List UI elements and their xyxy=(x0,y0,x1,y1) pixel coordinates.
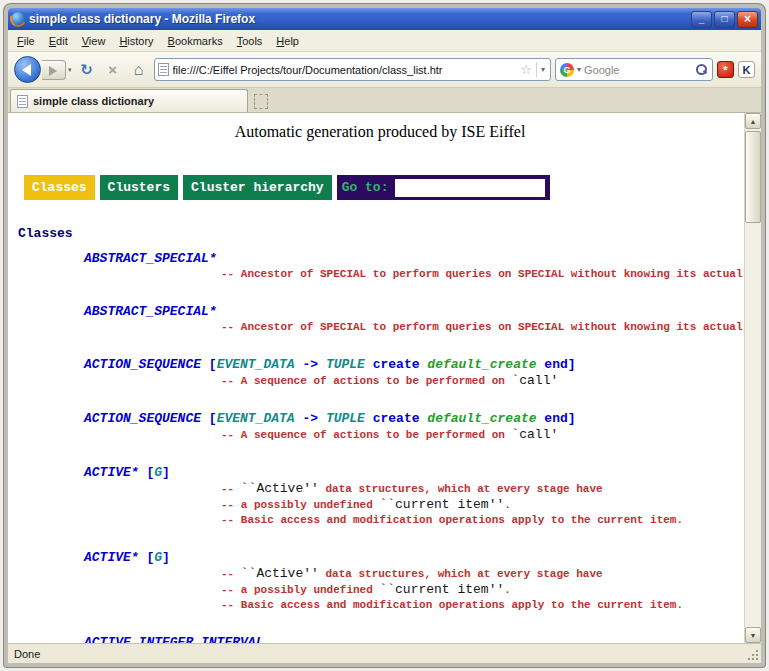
token-class: ACTIVE_INTEGER_INTERVAL xyxy=(84,635,263,643)
clusters-button[interactable]: Clusters xyxy=(100,175,178,200)
window-title: simple class dictionary - Mozilla Firefo… xyxy=(29,12,687,26)
menu-tools[interactable]: Tools xyxy=(230,32,270,50)
class-comment: -- Ancestor of SPECIAL to perform querie… xyxy=(221,320,744,335)
browser-content: Automatic generation produced by ISE Eif… xyxy=(8,113,761,643)
maximize-button[interactable]: □ xyxy=(714,11,735,28)
urlbar-dropdown-icon[interactable]: ▾ xyxy=(536,62,547,77)
token-comment: data structures, which at every stage ha… xyxy=(319,483,603,495)
class-comment: -- ``Active'' data structures, which at … xyxy=(221,566,744,582)
address-bar[interactable]: file:///C:/Eiffel Projects/tour/Document… xyxy=(154,58,551,81)
token-comment: -- a possibly undefined xyxy=(221,584,379,596)
tab-favicon xyxy=(17,95,28,108)
tab-bar: simple class dictionary xyxy=(8,88,761,113)
scroll-down-button[interactable]: ▼ xyxy=(745,627,761,643)
token-generic: TUPLE xyxy=(326,357,365,372)
class-entry: ACTION_SEQUENCE [EVENT_DATA -> TUPLE cre… xyxy=(16,357,744,389)
forward-button[interactable] xyxy=(42,60,66,80)
token-class: ABSTRACT_SPECIAL* xyxy=(84,251,217,266)
token-generic: EVENT_DATA xyxy=(217,357,295,372)
document-body: Automatic generation produced by ISE Eif… xyxy=(8,113,744,643)
token-feature: default_create xyxy=(427,411,536,426)
tab-simple-class-dictionary[interactable]: simple class dictionary xyxy=(10,89,248,112)
google-icon: G xyxy=(560,63,574,77)
scroll-up-button[interactable]: ▲ xyxy=(745,113,761,129)
token-comment: -- Ancestor of SPECIAL to perform querie… xyxy=(221,321,744,333)
bookmark-star-icon[interactable]: ☆ xyxy=(520,62,532,77)
token-comment: -- a possibly undefined xyxy=(221,499,379,511)
menu-file[interactable]: File xyxy=(10,32,42,50)
token-symbol: [ xyxy=(209,411,217,426)
class-entry: ACTION_SEQUENCE [EVENT_DATA -> TUPLE cre… xyxy=(16,411,744,443)
goto-input[interactable] xyxy=(395,179,545,197)
class-comment: -- Ancestor of SPECIAL to perform querie… xyxy=(221,267,744,282)
token-feature: default_create xyxy=(427,357,536,372)
token-comment: data structures, which at every stage ha… xyxy=(319,568,603,580)
token-comment: . xyxy=(504,584,511,596)
class-comment: -- A sequence of actions to be performed… xyxy=(221,427,744,443)
menu-edit[interactable]: Edit xyxy=(42,32,75,50)
menu-help[interactable]: Help xyxy=(269,32,306,50)
search-input[interactable]: Google xyxy=(584,64,692,76)
token-symbol xyxy=(365,411,373,426)
token-keyword: end xyxy=(544,357,567,372)
token-generic: G xyxy=(154,550,162,565)
url-input[interactable]: file:///C:/Eiffel Projects/tour/Document… xyxy=(173,64,517,76)
extension-icon-k[interactable]: K xyxy=(738,61,755,78)
token-class: ACTION_SEQUENCE xyxy=(84,357,209,372)
history-dropdown-icon[interactable]: ▾ xyxy=(68,66,72,74)
token-symbol: -> xyxy=(295,411,326,426)
class-link[interactable]: ABSTRACT_SPECIAL* xyxy=(84,304,744,320)
titlebar[interactable]: simple class dictionary - Mozilla Firefo… xyxy=(8,8,761,30)
cluster-hierarchy-button[interactable]: Cluster hierarchy xyxy=(183,175,332,200)
search-engine-dropdown-icon[interactable]: ▾ xyxy=(577,65,581,74)
token-comment: -- xyxy=(221,568,241,580)
class-comment: -- A sequence of actions to be performed… xyxy=(221,373,744,389)
search-box[interactable]: G ▾ Google xyxy=(555,58,713,81)
minimize-button[interactable]: _ xyxy=(691,11,712,28)
stop-button[interactable]: × xyxy=(102,59,124,81)
class-link[interactable]: ACTIVE* [G] xyxy=(84,465,744,481)
class-link[interactable]: ACTION_SEQUENCE [EVENT_DATA -> TUPLE cre… xyxy=(84,357,744,373)
goto-box: Go to: xyxy=(337,175,551,200)
token-keyword: create xyxy=(373,357,420,372)
section-title-classes: Classes xyxy=(18,226,744,241)
class-link[interactable]: ACTIVE* [G] xyxy=(84,550,744,566)
class-link[interactable]: ACTIVE_INTEGER_INTERVAL xyxy=(84,635,744,643)
class-link[interactable]: ACTION_SEQUENCE [EVENT_DATA -> TUPLE cre… xyxy=(84,411,744,427)
token-code: ``Active'' xyxy=(241,481,319,496)
doc-nav-buttons: Classes Clusters Cluster hierarchy Go to… xyxy=(24,175,744,200)
new-tab-button[interactable] xyxy=(254,94,268,109)
token-generic: EVENT_DATA xyxy=(217,411,295,426)
status-text: Done xyxy=(14,648,40,660)
token-symbol: ] xyxy=(162,465,170,480)
status-bar: Done xyxy=(8,643,761,663)
resize-grip-icon[interactable] xyxy=(756,658,758,660)
class-link[interactable]: ABSTRACT_SPECIAL* xyxy=(84,251,744,267)
menu-view[interactable]: View xyxy=(75,32,113,50)
class-list: ABSTRACT_SPECIAL*-- Ancestor of SPECIAL … xyxy=(16,251,744,643)
back-button[interactable] xyxy=(14,56,41,83)
token-class: ABSTRACT_SPECIAL* xyxy=(84,304,217,319)
extension-icon-red[interactable]: * xyxy=(717,61,734,78)
goto-label: Go to: xyxy=(342,180,389,195)
token-symbol: [ xyxy=(139,465,155,480)
navigation-toolbar: ▾ ↻ × ⌂ file:///C:/Eiffel Projects/tour/… xyxy=(8,52,761,88)
token-code: `call' xyxy=(511,427,558,442)
home-button[interactable]: ⌂ xyxy=(128,59,150,81)
token-comment: -- xyxy=(221,483,241,495)
menu-history[interactable]: History xyxy=(112,32,160,50)
vertical-scrollbar[interactable]: ▲ ▼ xyxy=(744,113,761,643)
firefox-icon xyxy=(11,12,25,26)
menubar: File Edit View History Bookmarks Tools H… xyxy=(8,30,761,52)
token-symbol: ] xyxy=(568,411,576,426)
menu-bookmarks[interactable]: Bookmarks xyxy=(161,32,230,50)
token-keyword: create xyxy=(373,411,420,426)
refresh-button[interactable]: ↻ xyxy=(76,59,98,81)
scrollbar-thumb[interactable] xyxy=(745,131,761,223)
search-icon[interactable] xyxy=(695,63,708,76)
class-comment: -- ``Active'' data structures, which at … xyxy=(221,481,744,497)
class-comment: -- Basic access and modification operati… xyxy=(221,513,744,528)
classes-button[interactable]: Classes xyxy=(24,175,95,200)
close-button[interactable]: × xyxy=(737,11,758,28)
token-symbol: [ xyxy=(209,357,217,372)
